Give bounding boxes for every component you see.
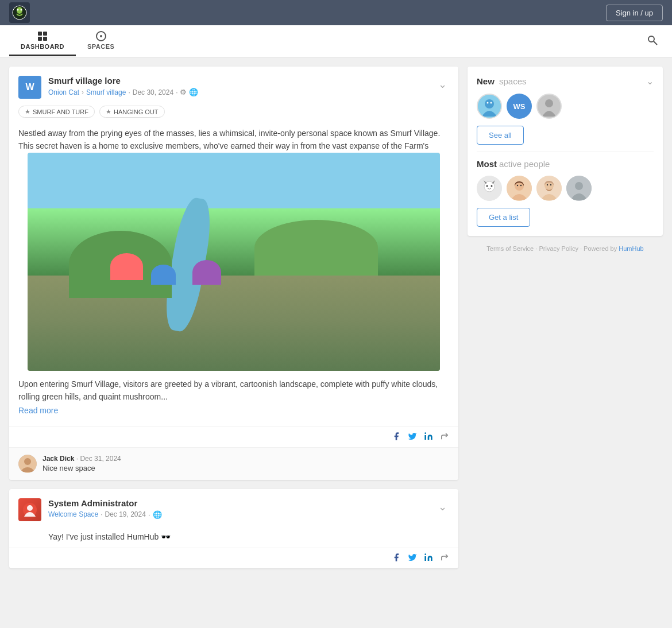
top-bar: Sign in / up [0,0,672,25]
globe-icon: 🌐 [189,88,198,96]
post-header-1: W Smurf village lore Onion Cat › Smurf v… [9,67,458,103]
facebook-share-icon-2[interactable] [392,553,401,564]
svg-point-20 [487,102,489,104]
sign-in-button[interactable]: Sign in / up [606,5,663,21]
tag-label-1: SMURF AND TURF [33,108,88,115]
comment-meta-1: Jack Dick · Dec 31, 2024 [43,455,449,463]
new-spaces-card: New spaces ⌄ WS [468,67,663,236]
linkedin-share-icon[interactable] [424,432,433,443]
svg-point-19 [485,99,494,108]
post2-date: Dec 19, 2024 [105,510,146,518]
main-feed: W Smurf village lore Onion Cat › Smurf v… [9,67,458,568]
svg-rect-6 [38,37,42,41]
svg-point-12 [424,432,426,434]
nav-dashboard[interactable]: DASHBOARD [9,26,76,56]
post-breadcrumb-2: Welcome Space · Dec 19, 2024 · 🌐 [48,510,429,519]
twitter-share-icon-2[interactable] [408,553,417,564]
space-avatar-2[interactable]: WS [507,94,532,119]
new-spaces-expand[interactable]: ⌄ [646,76,654,87]
svg-point-16 [27,505,33,511]
svg-point-35 [550,184,551,185]
sidebar: New spaces ⌄ WS [468,67,663,568]
map-shroom1 [110,253,143,280]
space-avatar-3[interactable] [536,94,562,119]
comment-content-1: Jack Dick · Dec 31, 2024 Nice new space [43,455,449,473]
post-expand-button-2[interactable]: ⌄ [436,498,449,515]
svg-point-3 [21,9,22,11]
svg-point-27 [491,185,493,187]
logo[interactable] [9,2,30,23]
settings-icon: ⚙ [180,88,187,96]
svg-point-10 [648,36,654,42]
new-spaces-heading: New spaces [477,76,527,86]
post2-separator: · [101,510,102,518]
post-meta-2: System Administrator Welcome Space · Dec… [48,498,429,519]
svg-point-9 [100,35,102,37]
twitter-share-icon[interactable] [408,432,417,443]
privacy-link[interactable]: Privacy Policy [539,245,578,252]
post-actions-1 [9,427,458,447]
breadcrumb-link-space[interactable]: Smurf village [86,88,126,96]
svg-point-2 [17,9,19,11]
humhub-link[interactable]: HumHub [619,245,643,252]
map-shroom2 [151,265,176,285]
post-meta-1: Smurf village lore Onion Cat › Smurf vil… [48,76,429,96]
person-avatar-3[interactable] [536,176,562,201]
post-actions-2 [9,548,458,568]
svg-point-26 [486,185,488,187]
divider-1 [477,152,654,152]
svg-point-30 [517,185,518,186]
page-layout: W Smurf village lore Onion Cat › Smurf v… [0,57,672,577]
nav-spaces[interactable]: SPACES [76,26,126,56]
svg-point-14 [24,458,31,465]
tag-hanging-out[interactable]: ★ HANGING OUT [99,106,165,118]
new-label: New [477,76,495,86]
post-tags-1: ★ SMURF AND TURF ★ HANGING OUT [9,103,458,122]
svg-point-37 [575,182,583,190]
active-label: active people [499,159,550,169]
post-expand-button-1[interactable]: ⌄ [436,76,449,93]
see-all-button[interactable]: See all [477,126,524,145]
map-shroom3 [192,260,221,285]
breadcrumb-link-author[interactable]: Onion Cat [48,88,79,96]
svg-rect-7 [43,37,47,41]
people-avatars [477,176,654,201]
person-avatar-1[interactable] [477,176,502,201]
post-title-2: System Administrator [48,498,429,508]
svg-point-17 [424,553,426,555]
post-date-1: · [128,88,130,96]
comment-author: Jack Dick [43,455,74,463]
comment-avatar-1 [18,455,37,473]
post-content-2: Yay! I've just installed HumHub 🕶️ [9,526,458,548]
terms-link[interactable]: Terms of Service [486,245,534,252]
forward-share-icon[interactable] [440,432,449,443]
breadcrumb-link-welcome[interactable]: Welcome Space [48,510,98,518]
globe-icon-2: 🌐 [153,510,162,519]
search-button[interactable] [642,30,663,52]
footer-links: Terms of Service · Privacy Policy · Powe… [468,245,663,252]
forward-share-icon-2[interactable] [440,553,449,564]
spaces-label: spaces [499,76,527,86]
post-card-2: System Administrator Welcome Space · Dec… [9,489,458,568]
tag-icon-2: ★ [106,108,111,115]
post-date-text-1: Dec 30, 2024 [133,88,173,96]
nav-items: DASHBOARD SPACES [9,26,126,56]
post-avatar-1: W [18,76,41,99]
map-hill2 [254,220,378,276]
svg-rect-5 [43,32,47,36]
facebook-share-icon[interactable] [392,432,401,443]
tag-smurf-and-turf[interactable]: ★ SMURF AND TURF [18,106,95,118]
post-excerpt-2: Upon entering Smurf Village, visitors ar… [18,378,449,404]
read-more-link[interactable]: Read more [18,406,58,415]
space-avatar-1[interactable] [477,94,502,119]
svg-point-31 [520,185,522,186]
tag-icon-1: ★ [25,108,30,115]
get-list-button[interactable]: Get a list [477,208,530,227]
linkedin-share-icon-2[interactable] [424,553,433,564]
svg-point-23 [545,99,553,107]
person-avatar-2[interactable] [507,176,532,201]
svg-point-34 [547,184,548,185]
person-avatar-4[interactable] [566,176,592,201]
post-content-1: Nestled away from the prying eyes of the… [9,122,458,427]
post-excerpt-1: Nestled away from the prying eyes of the… [18,127,449,153]
